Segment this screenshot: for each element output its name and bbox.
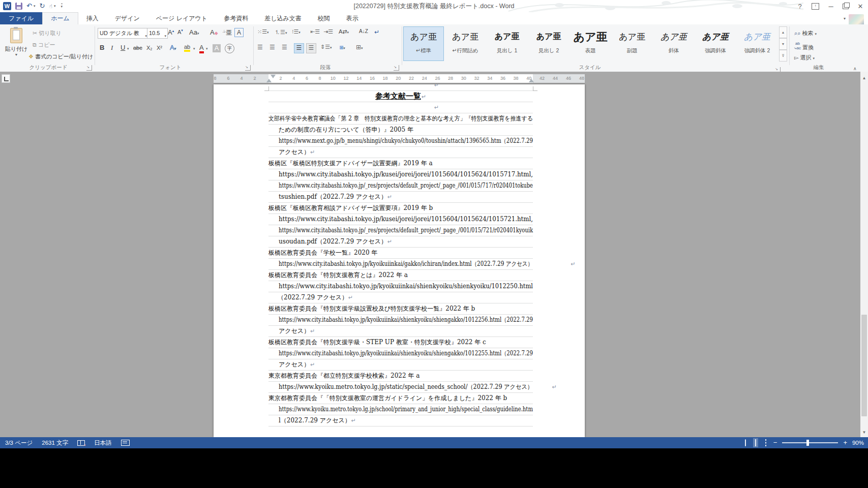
justify-button[interactable]: ☰ bbox=[294, 43, 304, 53]
restore-button[interactable] bbox=[843, 4, 849, 9]
doc-line[interactable]: 板橋区『板橋区特別支援アドバイザー設置要綱』2019 年 a bbox=[268, 158, 533, 169]
scroll-up-arrow[interactable]: ▲ bbox=[860, 74, 868, 82]
select-button[interactable]: ▻ 選択 ▾ bbox=[794, 54, 815, 62]
doc-line[interactable]: 板橋区教育委員会『学校一覧』2020 年 bbox=[268, 247, 533, 258]
highlight-dropdown[interactable]: ▾ bbox=[193, 47, 195, 51]
borders-button[interactable]: ⊞▾ bbox=[356, 44, 363, 51]
zoom-level[interactable]: 90% bbox=[852, 440, 864, 446]
shading-button[interactable]: ◙▾ bbox=[340, 44, 345, 51]
doc-line[interactable]: アクセス）↵ bbox=[268, 146, 533, 158]
zoom-in-button[interactable]: + bbox=[843, 438, 847, 448]
change-case-button[interactable]: Aa▾ bbox=[189, 28, 199, 36]
styles-scroll-down[interactable]: ▼ bbox=[779, 38, 787, 50]
vertical-scrollbar[interactable]: ▲ ▼ bbox=[860, 72, 868, 437]
undo-button[interactable]: ↶ bbox=[26, 1, 32, 11]
distribute-button[interactable]: ☰ bbox=[306, 43, 316, 53]
paragraph-dialog-launcher[interactable]: ↘ bbox=[394, 65, 399, 71]
style-標準[interactable]: あア亜↵標準 bbox=[403, 26, 444, 61]
tab-stop-selector[interactable] bbox=[2, 74, 10, 83]
scroll-down-arrow[interactable]: ▼ bbox=[860, 429, 868, 436]
line-spacing-button[interactable]: ⇕☰▾ bbox=[320, 44, 332, 50]
document-page[interactable]: ↵参考文献一覧↵↵文部科学省中央教育審議会「第 2 章 特別支援教育の理念と基本… bbox=[214, 84, 585, 437]
style-見出し 1[interactable]: あア亜見出し 1 bbox=[487, 26, 527, 61]
zoom-slider-thumb[interactable] bbox=[806, 440, 809, 446]
clipboard-dialog-launcher[interactable]: ↘ bbox=[86, 65, 92, 71]
doc-line[interactable]: usoudan.pdf（2022.7.29 アクセス）↵ bbox=[268, 236, 533, 247]
text-effects-button[interactable]: A▾ bbox=[170, 44, 176, 51]
doc-line[interactable]: https://www.kyoiku.metro.tokyo.lg.jp/sta… bbox=[268, 381, 533, 392]
undo-dropdown[interactable]: ▾ bbox=[34, 4, 36, 8]
copy-button[interactable]: ⧉ コピー bbox=[33, 41, 55, 49]
doc-line[interactable]: https://www.city.itabashi.tokyo.jp/kusei… bbox=[268, 214, 533, 225]
doc-line[interactable]: ↵ bbox=[268, 79, 533, 90]
font-dialog-launcher[interactable]: ↘ bbox=[245, 65, 251, 71]
subscript-button[interactable]: X₂ bbox=[146, 45, 153, 51]
scrollbar-thumb[interactable] bbox=[861, 315, 867, 416]
font-size-combo[interactable]: 10.5▾ bbox=[147, 28, 168, 39]
underline-dropdown[interactable]: ▾ bbox=[127, 47, 129, 51]
bullets-button[interactable]: ⁙☰▾ bbox=[257, 28, 269, 35]
style-斜体[interactable]: あア亜斜体 bbox=[653, 26, 694, 61]
strikethrough-button[interactable]: abc bbox=[133, 45, 142, 51]
tab-ページ レイアウト[interactable]: ページ レイアウト bbox=[148, 12, 216, 24]
tab-ファイル[interactable]: ファイル bbox=[0, 12, 42, 24]
tab-表示[interactable]: 表示 bbox=[338, 12, 367, 24]
font-color-button[interactable]: A bbox=[199, 44, 204, 53]
help-button[interactable]: ? bbox=[795, 3, 804, 10]
formatting-marks-button[interactable]: ↵ bbox=[374, 28, 379, 36]
zoom-slider[interactable] bbox=[782, 442, 838, 443]
ribbon-display-options-button[interactable]: ↑ bbox=[812, 3, 819, 10]
doc-line[interactable]: https://www.city.itabashi.tokyo.jp/kyoik… bbox=[268, 258, 533, 269]
doc-line[interactable]: ための制度の在り方について（答申）』2005 年 bbox=[268, 124, 533, 135]
doc-line[interactable]: アクセス）↵ bbox=[268, 325, 533, 337]
align-right-button[interactable]: ☰ bbox=[282, 44, 287, 51]
qat-customize-dropdown[interactable]: ▾ bbox=[61, 4, 63, 9]
paste-button[interactable]: 貼り付け ▼ bbox=[3, 27, 29, 62]
doc-line[interactable]: https://www.city.itabashi.tokyo.jp/_res/… bbox=[268, 225, 533, 236]
doc-line[interactable]: https://www.city.itabashi.tokyo.jp/_res/… bbox=[268, 180, 533, 191]
doc-line[interactable]: ↵ bbox=[268, 102, 533, 113]
doc-line[interactable]: https://www.city.itabashi.tokyo.jp/kusei… bbox=[268, 169, 533, 180]
tab-挿入[interactable]: 挿入 bbox=[78, 12, 107, 24]
align-left-button[interactable]: ☰ bbox=[257, 44, 263, 51]
touch-mode-button[interactable]: ☝ bbox=[49, 1, 52, 11]
redo-button[interactable]: ↻ bbox=[39, 1, 45, 11]
enclose-characters-button[interactable]: A bbox=[234, 28, 244, 37]
first-line-indent-marker[interactable] bbox=[271, 75, 276, 78]
enclose-circle-button[interactable]: 字 bbox=[225, 44, 234, 53]
minimize-button[interactable]: ─ bbox=[826, 3, 835, 10]
doc-line[interactable]: 参考文献一覧↵ bbox=[268, 90, 533, 102]
style-強調斜体 2[interactable]: あア亜強調斜体 2 bbox=[737, 26, 777, 61]
tab-校閲[interactable]: 校閲 bbox=[310, 12, 338, 24]
print-layout-button[interactable] bbox=[753, 438, 758, 447]
input-mode-icon[interactable] bbox=[121, 440, 130, 446]
doc-line[interactable]: 文部科学省中央教育審議会「第 2 章 特別支援教育の理念と基本的な考え方」『特別… bbox=[268, 113, 533, 124]
style-行間詰め[interactable]: あア亜↵行間詰め bbox=[445, 26, 486, 61]
numbering-button[interactable]: ⒈☰▾ bbox=[275, 28, 287, 36]
multilevel-list-button[interactable]: ⁝☰▾ bbox=[292, 28, 301, 35]
doc-line[interactable]: https://www.city.itabashi.tokyo.jp/kyoik… bbox=[268, 314, 533, 325]
underline-button[interactable]: U bbox=[121, 44, 125, 51]
character-shading-button[interactable]: A bbox=[213, 44, 221, 52]
doc-line[interactable]: https://www.mext.go.jp/b_menu/shingi/chu… bbox=[268, 135, 533, 146]
doc-line[interactable]: tsushien.pdf（2022.7.29 アクセス）↵ bbox=[268, 191, 533, 202]
page-indicator[interactable]: 3/3 ページ bbox=[5, 439, 33, 447]
superscript-button[interactable]: X² bbox=[157, 45, 162, 51]
phonetic-guide-button[interactable]: ふ亜 bbox=[223, 28, 232, 37]
doc-line[interactable]: 板橋区教育委員会『特別支援学級設置校及び特別支援学校一覧』2022 年 b bbox=[268, 303, 533, 314]
styles-more-button[interactable]: ⊽ bbox=[779, 50, 787, 62]
asian-layout-button[interactable]: A⇄▾ bbox=[339, 28, 349, 35]
shrink-font-button[interactable]: A▾ bbox=[177, 28, 183, 35]
style-強調斜体[interactable]: あア亜強調斜体 bbox=[695, 26, 736, 61]
tab-参考資料[interactable]: 参考資料 bbox=[216, 12, 256, 24]
tab-差し込み文書[interactable]: 差し込み文書 bbox=[256, 12, 310, 24]
increase-indent-button[interactable]: ⇥☰ bbox=[323, 28, 333, 35]
sort-button[interactable]: A↓Z bbox=[359, 28, 368, 34]
zoom-out-button[interactable]: − bbox=[773, 438, 777, 448]
paste-dropdown[interactable]: ▼ bbox=[3, 53, 29, 56]
doc-line[interactable]: 東京都教育委員会『「特別支援教室の運営ガイドライン」を作成しました』2022 年… bbox=[268, 392, 533, 404]
doc-line[interactable]: https://www.city.itabashi.tokyo.jp/kyoik… bbox=[268, 281, 533, 292]
style-表題[interactable]: あア亜表題 bbox=[570, 26, 611, 61]
align-center-button[interactable]: ☰ bbox=[270, 44, 275, 51]
touch-mode-dropdown[interactable]: ▾ bbox=[54, 4, 56, 8]
